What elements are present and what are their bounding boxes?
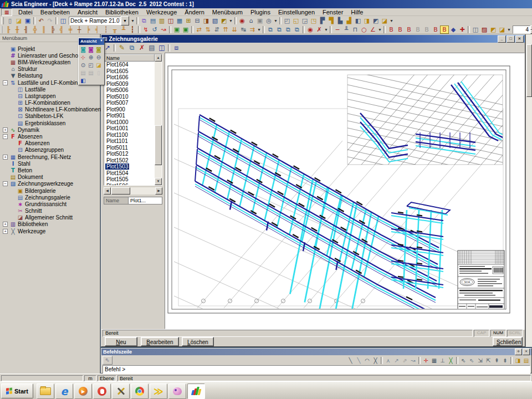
zoom-out-icon[interactable]: ⊖ (95, 53, 103, 61)
zoom-window-icon[interactable]: ◰ (87, 61, 95, 69)
picture-gallery-icon[interactable]: ▥ (157, 17, 166, 25)
plot-list-item[interactable]: Plot1604 (104, 62, 155, 68)
save-project-icon[interactable]: ▣ (23, 17, 32, 25)
beam-tool-12-icon[interactable]: ┆ (101, 25, 110, 34)
new-document-icon[interactable]: ▯ (6, 17, 14, 25)
export-plot-icon[interactable]: ⧈ (171, 43, 181, 52)
tree-item-stahl[interactable]: IStahl (0, 160, 100, 167)
window-layout-9-icon[interactable]: ◧ (354, 17, 362, 25)
tree-item-absenzgruppen[interactable]: ⊟Absenzgruppen (0, 147, 100, 154)
shade-1-icon[interactable]: ◩ (489, 25, 498, 34)
plot-list-item[interactable]: Plot901 (104, 112, 155, 119)
status-plane[interactable]: Ebene XY (98, 375, 116, 381)
plot-list-item[interactable]: Plot1503 (104, 163, 155, 170)
line-tool-icon[interactable]: ─ (333, 25, 342, 34)
window-layout-6-icon[interactable]: ▜ (327, 17, 336, 25)
gallery-title-bar[interactable]: ▤ Zeichnungsgalerie _ □ ✕ (101, 35, 525, 43)
chevron-down-icon[interactable]: ▼ (100, 39, 103, 45)
start-button[interactable]: Start (1, 383, 33, 398)
dropdown-arrow-icon[interactable]: ▼ (257, 25, 262, 34)
snap-dir2-icon[interactable]: ⇗ (401, 356, 409, 364)
tree-item-stahlbeton-lfk[interactable]: ⊡Stahlbeton-LFK (0, 113, 100, 120)
gallery-maximize-icon[interactable]: □ (507, 35, 515, 43)
expand-icon[interactable]: + (3, 127, 8, 132)
snap-grid-icon[interactable]: ▦ (430, 356, 438, 364)
mdi-system-icon[interactable]: ▦ (1, 8, 12, 16)
tree-item-grundrissansicht[interactable]: ∗Grundrissansicht (0, 201, 100, 207)
menu-bibliotheken[interactable]: Bibliotheken (101, 9, 142, 16)
edit-button[interactable]: Bearbeiten (141, 337, 179, 346)
zoom-in-icon[interactable]: ⊕ (87, 53, 95, 61)
taskbar-app-arrows[interactable]: ≫ (150, 383, 167, 399)
tree-item-schnitt[interactable]: ✂Schnitt (0, 208, 100, 214)
plot-list-item[interactable]: Plot5006 (104, 87, 155, 94)
section-active-icon[interactable]: B (440, 25, 449, 34)
tree-item-bibliotheken[interactable]: +▥Bibliotheken (0, 221, 100, 228)
taskbar-media-player[interactable]: ▶ (74, 383, 92, 399)
window-layout-12-icon[interactable]: ◪ (380, 17, 389, 25)
circle-tool-icon[interactable]: ○ (360, 25, 369, 34)
taskbar-internet-explorer[interactable]: e (55, 383, 73, 399)
tree-item-berechnung-fe-netz[interactable]: +▦Berechnung, FE-Netz (0, 154, 100, 160)
tree-item-absenzen[interactable]: −FAbsenzen (0, 133, 100, 140)
hscroll-thumb[interactable] (111, 187, 130, 195)
snap-perp-icon[interactable]: ⊥ (438, 356, 447, 364)
window-layout-1-icon[interactable]: ◰ (283, 17, 291, 25)
tree-item-allgemeiner-schnitt[interactable]: ◪Allgemeiner Schnitt (0, 214, 100, 221)
array-tool-icon[interactable]: ⇉ (248, 25, 257, 34)
section-b2-icon[interactable]: B (396, 25, 405, 34)
open-project-icon[interactable]: ◪ (14, 17, 23, 25)
support-tool-icon[interactable]: ╨ (342, 25, 351, 34)
shade-2-icon[interactable]: ◪ (498, 25, 507, 34)
select-out-icon[interactable]: ⇱ (484, 356, 493, 364)
tree-item-lastgruppen[interactable]: ⊟Lastgruppen (0, 93, 100, 99)
tree-item-zeichnungswerkzeuge[interactable]: −▨Zeichnungswerkzeuge (0, 181, 100, 187)
plot-list-item[interactable]: Plot5007 (104, 100, 155, 106)
menu-hilfe[interactable]: Hilfe (347, 9, 367, 16)
command-input[interactable]: Befehl > (103, 365, 530, 374)
section-b1-icon[interactable]: B (387, 25, 396, 34)
tree-item-lastf-lle[interactable]: ◫Lastfälle (0, 86, 100, 93)
coord-axis-icon[interactable]: ⊹ (79, 53, 87, 61)
snap-intersect-icon[interactable]: ╳ (447, 356, 455, 364)
expand-icon[interactable]: + (3, 229, 8, 234)
scroll-down-icon[interactable]: ▼ (155, 178, 162, 185)
snap-segment-icon[interactable]: ╲ (355, 356, 363, 364)
page-up-icon[interactable]: ⇞ (493, 356, 501, 364)
close-button[interactable]: Schließen (493, 337, 523, 346)
beam-tool-8-icon[interactable]: ╪ (66, 25, 75, 34)
beam-tool-11-icon[interactable]: ╡ (93, 25, 101, 34)
curve-tool-icon[interactable]: ↯ (141, 25, 150, 34)
beam-tool-1-icon[interactable]: ╟ (4, 25, 13, 34)
section-d-icon[interactable]: ◆ (449, 25, 458, 34)
new-window-icon[interactable]: ◫ (59, 17, 68, 25)
gallery-minimize-icon[interactable]: _ (498, 35, 506, 43)
ansicht-title-bar[interactable]: Ansicht ▼ (79, 38, 104, 45)
layout-icon[interactable]: ◨ (202, 17, 211, 25)
tree-item-bildergalerie[interactable]: ▣Bildergalerie (0, 187, 100, 194)
plot-list-item[interactable]: Plot1101 (104, 138, 155, 145)
window-copy-1-icon[interactable]: ⧉ (266, 25, 275, 34)
taskbar-chrome[interactable] (131, 383, 149, 399)
cut-tool-icon[interactable]: ✗ (315, 25, 324, 34)
dropdown-arrow-icon[interactable]: ▼ (273, 17, 278, 25)
project-combobox-value[interactable]: Deck + Rampe 21.07 (69, 17, 121, 25)
home-view-icon[interactable]: ⌂ (247, 17, 255, 25)
taskbar-paint-palette[interactable] (168, 383, 186, 399)
target-view-icon[interactable]: ◎ (264, 17, 273, 25)
copy-plot-icon[interactable]: ⧉ (127, 43, 137, 52)
menu-ansicht[interactable]: Ansicht (74, 9, 101, 16)
raise-tool-icon[interactable]: ⇈ (221, 25, 230, 34)
toggle-a-icon[interactable]: ▣ (172, 25, 181, 34)
tree-item-dokument[interactable]: ▤Dokument (0, 174, 100, 181)
collapse-icon[interactable]: − (3, 181, 8, 186)
window-copy-4-icon[interactable]: ⧉ (293, 25, 301, 34)
count-stepper-value[interactable]: 4 (513, 25, 530, 34)
plot-list-vscrollbar[interactable]: ▲ ▼ (155, 54, 162, 185)
window-layout-8-icon[interactable]: ▟ (345, 17, 354, 25)
remove-table-icon[interactable]: ⊟ (193, 17, 202, 25)
snap-line-icon[interactable]: ╲ (346, 356, 355, 364)
window-layout-10-icon[interactable]: ◨ (362, 17, 371, 25)
snap-arc-icon[interactable]: ◠ (363, 356, 371, 364)
snap-dir-icon[interactable]: ↗ (392, 356, 401, 364)
